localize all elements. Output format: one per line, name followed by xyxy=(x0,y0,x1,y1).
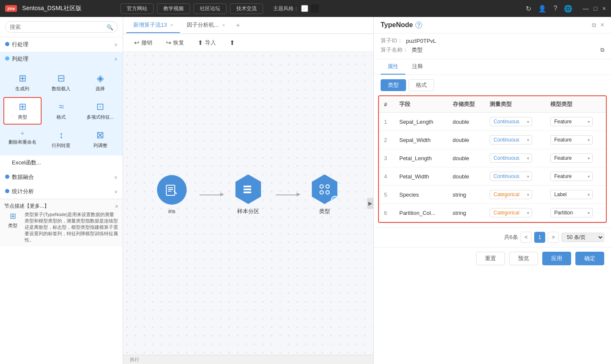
panel-close-icon[interactable]: × xyxy=(600,21,604,29)
import-button[interactable]: ⬆ 导入 xyxy=(193,37,220,48)
sidebar-item-select[interactable]: ◈ 选择 xyxy=(81,69,119,96)
current-page-btn[interactable]: 1 xyxy=(534,232,545,243)
panel-tab-notes[interactable]: 注释 xyxy=(405,59,430,75)
refresh-icon[interactable]: ↻ xyxy=(526,5,531,13)
measure-select[interactable]: Continuous ▾ xyxy=(490,172,532,181)
sidebar-item-polynomial[interactable]: ⊡ 多项式特征... xyxy=(81,97,119,125)
action-bar: 重置 预览 应用 确定 xyxy=(374,247,611,270)
excel-header[interactable]: Excel函数... xyxy=(0,156,123,170)
panel-info-icon[interactable]: ? xyxy=(415,22,422,28)
sidebar-item-delete-rename[interactable]: ÷ 删除和重命名 xyxy=(3,125,42,153)
copy-icon[interactable]: ⧉ xyxy=(600,47,604,53)
flow-node-iris[interactable]: iris xyxy=(157,175,187,214)
type-label: 类型 xyxy=(18,114,27,120)
panel-tab-properties[interactable]: 属性 xyxy=(381,59,405,75)
measure-select[interactable]: Continuous ▾ xyxy=(490,153,532,163)
delete-rename-label: 删除和重命名 xyxy=(8,139,36,145)
model-select[interactable]: Feature ▾ xyxy=(550,135,593,144)
stats-header[interactable]: 统计分析 ∨ xyxy=(0,184,123,199)
preview-button[interactable]: 预览 xyxy=(509,252,538,265)
canvas-area[interactable]: iris 样本分区 xyxy=(123,52,373,355)
row-storage: double xyxy=(448,131,485,149)
svg-point-9 xyxy=(320,191,323,194)
row-model: Feature ▾ xyxy=(545,149,606,167)
export-button[interactable]: ⬆ xyxy=(225,37,239,48)
prev-page-btn[interactable]: < xyxy=(521,232,532,243)
reset-button[interactable]: 重置 xyxy=(476,252,505,265)
row-num: 3 xyxy=(379,149,394,167)
flow-node-type[interactable]: 类型 xyxy=(310,175,339,215)
tab-close-icon-1[interactable]: × xyxy=(222,22,225,28)
row-field: Species xyxy=(394,186,448,204)
panel-title: TypeNode ? xyxy=(381,21,422,29)
help-icon[interactable]: ? xyxy=(553,5,557,13)
nav-forum[interactable]: 社区论坛 xyxy=(193,3,227,14)
undo-button[interactable]: ↩ 撤销 xyxy=(130,37,157,48)
row-num: 6 xyxy=(379,204,394,222)
array-load-icon: ⊟ xyxy=(57,73,65,84)
inner-tab-format[interactable]: 格式 xyxy=(409,79,434,91)
search-input[interactable] xyxy=(5,21,118,33)
next-page-btn[interactable]: > xyxy=(548,232,559,243)
sidebar-item-format[interactable]: ≈ 格式 xyxy=(42,97,81,125)
desc-title-text[interactable]: 节点描述【更多...】 xyxy=(4,203,49,210)
sidebar-item-generate-col[interactable]: ⊞ 生成列 xyxy=(3,69,42,96)
row-measure: Continuous ▾ xyxy=(485,131,545,149)
tab-factor-analysis[interactable]: 因子分析机... × xyxy=(180,18,232,33)
tab-add-button[interactable]: + xyxy=(232,20,244,31)
tab-close-icon-0[interactable]: × xyxy=(170,22,173,28)
title-nav: 官方网站 教学视频 社区论坛 技术交流 xyxy=(121,3,263,14)
maximize-btn[interactable]: □ xyxy=(594,5,597,12)
desc-close-icon[interactable]: × xyxy=(115,203,118,210)
sidebar-item-array-load[interactable]: ⊟ 数组载入 xyxy=(42,69,81,96)
flow-node-sample[interactable]: 样本分区 xyxy=(233,175,263,215)
row-processing-header[interactable]: 行处理 ∨ xyxy=(0,37,123,52)
row-storage: double xyxy=(448,167,485,186)
model-select[interactable]: Feature ▾ xyxy=(550,153,593,163)
theme-check[interactable]: ✓ xyxy=(301,5,308,12)
measure-chevron-icon: ▾ xyxy=(527,192,529,197)
col-chevron-icon: ∧ xyxy=(114,56,118,62)
apply-button[interactable]: 应用 xyxy=(542,252,571,265)
model-select[interactable]: Feature ▾ xyxy=(550,172,593,181)
measure-select[interactable]: Categorical ▾ xyxy=(490,190,532,199)
sidebar-item-transpose[interactable]: ↕ 行列转置 xyxy=(42,125,81,153)
col-processing-header[interactable]: 列处理 ∧ xyxy=(0,52,123,66)
panel-tabs: 属性 注释 xyxy=(374,59,611,75)
canvas-expand-arrow[interactable]: ▶ xyxy=(367,198,373,209)
model-select[interactable]: Feature ▾ xyxy=(550,117,593,126)
col-num: # xyxy=(379,96,394,113)
type-node-shape[interactable] xyxy=(310,175,339,204)
theme-dark[interactable] xyxy=(311,4,319,13)
measure-select[interactable]: Continuous ▾ xyxy=(490,117,532,126)
model-select[interactable]: Label ▾ xyxy=(550,190,593,199)
sidebar-item-col-adjust[interactable]: ⊠ 列调整 xyxy=(81,125,119,153)
person-icon[interactable]: 👤 xyxy=(538,5,547,13)
redo-button[interactable]: ↪ 恢复 xyxy=(162,37,188,48)
minimize-btn[interactable]: — xyxy=(583,5,589,12)
nav-video[interactable]: 教学视频 xyxy=(157,3,190,14)
row-num: 4 xyxy=(379,167,394,186)
nav-official[interactable]: 官方网站 xyxy=(121,3,154,14)
row-processing-group: 行处理 ∨ xyxy=(0,37,123,52)
nav-tech[interactable]: 技术交流 xyxy=(230,3,263,14)
per-page-select[interactable]: 50 条/页 100 条/页 xyxy=(561,233,604,242)
measure-select[interactable]: Continuous ▾ xyxy=(490,135,532,144)
row-chevron-icon: ∨ xyxy=(114,42,118,47)
data-fusion-group: 数据融合 ∨ xyxy=(0,170,123,184)
col-adjust-icon: ⊠ xyxy=(96,130,104,141)
select-icon: ◈ xyxy=(97,73,104,84)
row-measure: Continuous ▾ xyxy=(485,149,545,167)
inner-tab-type[interactable]: 类型 xyxy=(381,79,406,91)
confirm-button[interactable]: 确定 xyxy=(575,252,604,265)
globe-icon[interactable]: 🌐 xyxy=(564,5,572,13)
model-select[interactable]: Partition ▾ xyxy=(550,208,593,217)
tab-new-flow[interactable]: 新增算子流13 × xyxy=(126,18,180,33)
measure-select[interactable]: Categorical ▾ xyxy=(490,208,532,217)
iris-node-shape[interactable] xyxy=(157,175,187,205)
sample-node-shape[interactable] xyxy=(233,175,263,204)
panel-copy-icon[interactable]: ⧉ xyxy=(592,22,596,29)
sidebar-item-type[interactable]: ⊞ 类型 xyxy=(3,97,42,125)
close-btn[interactable]: × xyxy=(603,5,606,12)
data-fusion-header[interactable]: 数据融合 ∨ xyxy=(0,170,123,184)
